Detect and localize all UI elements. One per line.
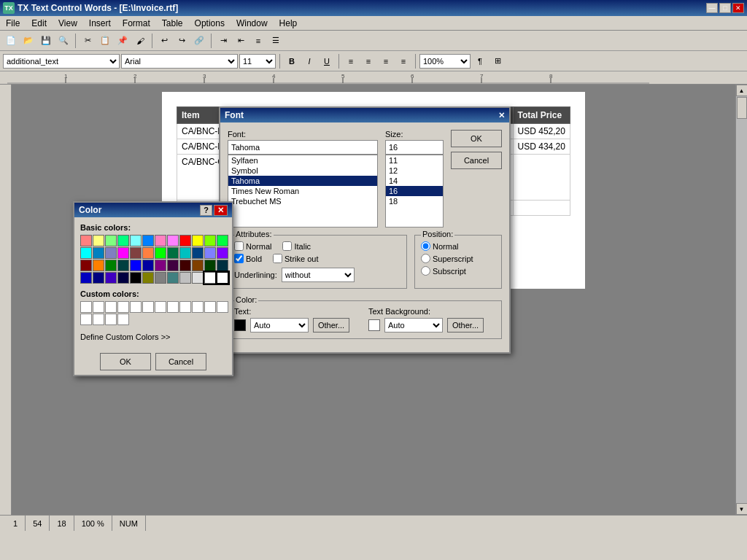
size-input[interactable] [385,140,444,155]
color-cell[interactable] [155,247,166,259]
color-cell[interactable] [155,260,166,271]
undo-button[interactable]: ↩ [156,33,172,49]
scroll-track[interactable] [736,96,747,503]
size-18[interactable]: 18 [386,196,443,206]
custom-cell[interactable] [117,301,129,313]
custom-cell[interactable] [93,301,104,313]
font-item-trebuchet[interactable]: Trebuchet MS [228,196,377,206]
color-dialog[interactable]: Color ? ✕ Basic colors: [73,201,233,376]
style-select[interactable]: additional_text [3,54,120,69]
size-select[interactable]: 11 [239,54,276,69]
custom-cell[interactable] [179,301,191,313]
color-cell[interactable] [93,235,104,246]
color-cell[interactable] [204,247,216,259]
color-cell[interactable] [192,235,204,246]
minimize-button[interactable]: — [706,3,718,13]
color-cell[interactable] [217,235,228,246]
custom-cell[interactable] [130,301,142,313]
color-cell[interactable] [130,272,142,284]
menu-file[interactable]: File [0,17,26,30]
menu-format[interactable]: Format [117,17,156,30]
color-cell[interactable] [142,235,154,246]
format-button[interactable]: 🖌 [132,33,148,49]
color-cell[interactable] [142,247,154,259]
color-cell[interactable] [117,260,129,271]
copy-button[interactable]: 📋 [97,33,113,49]
font-dialog[interactable]: Font ✕ Font: Sylfaen Symbol Tahoma Times… [219,106,511,354]
color-cell[interactable] [217,260,228,271]
menu-help[interactable]: Help [274,17,303,30]
align-right-button[interactable]: ≡ [378,53,394,69]
color-cell[interactable] [204,235,216,246]
font-dialog-close[interactable]: ✕ [498,111,505,120]
color-cell[interactable] [155,235,166,246]
print-preview-button[interactable]: 🔍 [55,33,71,49]
size-16[interactable]: 16 [386,186,443,196]
scroll-up-button[interactable]: ▲ [736,85,748,96]
custom-cell[interactable] [80,314,92,325]
font-ok-button[interactable]: OK [451,130,502,147]
open-button[interactable]: 📂 [20,33,36,49]
color-cell[interactable] [93,247,104,259]
number-button[interactable]: ☰ [268,33,284,49]
menu-insert[interactable]: Insert [83,17,117,30]
bullet-button[interactable]: ≡ [250,33,266,49]
pos-normal-radio[interactable] [421,241,430,251]
color-cell[interactable] [167,272,179,284]
custom-cell[interactable] [93,314,104,325]
color-cancel-button[interactable]: Cancel [155,353,206,370]
strike-checkbox[interactable] [273,254,282,263]
color-cell[interactable] [130,235,142,246]
align-left-button[interactable]: ≡ [343,53,359,69]
custom-cell[interactable] [217,301,228,313]
custom-cell[interactable] [117,314,129,325]
color-cell[interactable] [192,247,204,259]
right-scrollbar[interactable]: ▲ ▼ [735,85,747,515]
color-cell[interactable] [105,260,117,271]
normal-checkbox[interactable] [234,241,244,251]
size-11[interactable]: 11 [386,155,443,166]
color-cell[interactable] [130,247,142,259]
custom-cell[interactable] [204,301,216,313]
italic-checkbox[interactable] [282,241,292,251]
cut-button[interactable]: ✂ [80,33,96,49]
paragraph-button[interactable]: ¶ [472,53,488,69]
menu-table[interactable]: Table [156,17,189,30]
align-center-button[interactable]: ≡ [360,53,376,69]
font-item-tahoma[interactable]: Tahoma [228,176,377,186]
color-cell[interactable] [130,260,142,271]
font-item-sylfaen[interactable]: Sylfaen [228,155,377,166]
bold-button[interactable]: B [284,53,300,69]
new-button[interactable]: 📄 [3,33,19,49]
color-close-button[interactable]: ✕ [214,205,228,216]
color-cell[interactable] [142,260,154,271]
paste-button[interactable]: 📌 [115,33,131,49]
close-button[interactable]: ✕ [732,3,744,13]
menu-options[interactable]: Options [189,17,231,30]
color-cell[interactable] [204,260,216,271]
bg-other-button[interactable]: Other... [447,318,484,332]
color-cell[interactable] [142,272,154,284]
menu-view[interactable]: View [53,17,83,30]
color-cell[interactable] [155,272,166,284]
color-cell[interactable] [192,272,204,284]
custom-cell[interactable] [192,301,204,313]
size-14[interactable]: 14 [386,176,443,186]
color-cell-white[interactable] [204,272,216,284]
pos-super-radio[interactable] [421,254,430,263]
font-select[interactable]: Arial [121,54,238,69]
size-list[interactable]: 11 12 14 16 18 [385,155,444,228]
color-cell[interactable] [117,235,129,246]
indent-button[interactable]: ⇥ [215,33,231,49]
font-item-times[interactable]: Times New Roman [228,186,377,196]
font-input[interactable] [228,140,378,155]
underline-button[interactable]: U [319,53,335,69]
color-cell[interactable] [179,260,191,271]
custom-cell[interactable] [105,314,117,325]
color-cell[interactable] [80,260,92,271]
link-button[interactable]: 🔗 [191,33,207,49]
color-cell[interactable] [105,247,117,259]
menu-window[interactable]: Window [231,17,274,30]
custom-cell[interactable] [142,301,154,313]
color-cell[interactable] [217,247,228,259]
